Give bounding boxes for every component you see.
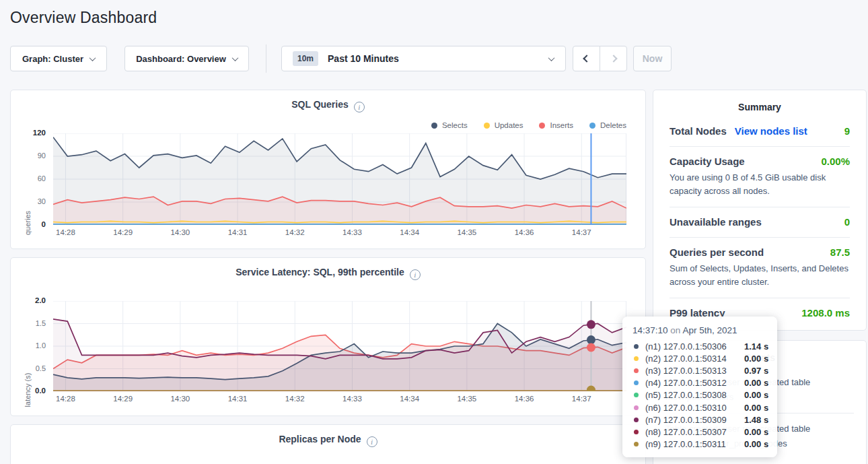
- legend-dot-icon: [589, 123, 595, 129]
- service-latency-plot-area[interactable]: [53, 301, 626, 391]
- tooltip-node-label: (n7) 127.0.0.1:50309: [645, 415, 744, 425]
- dashboard-dropdown[interactable]: Dashboard: Overview: [124, 46, 249, 71]
- y-tick-label: 1.5: [11, 319, 46, 327]
- chart-title-service-latency: Service Latency: SQL, 99th percentile: [236, 267, 404, 277]
- info-icon[interactable]: i: [354, 102, 365, 112]
- x-tick-label: 14:34: [395, 395, 425, 403]
- legend-label: Updates: [495, 121, 523, 129]
- tooltip-row: (n5) 127.0.0.1:503080.00 s: [631, 389, 770, 401]
- node-color-dot-icon: [634, 418, 639, 422]
- x-tick-label: 14:36: [509, 395, 539, 403]
- time-range-badge: 10m: [293, 51, 318, 66]
- chevron-down-icon: [548, 55, 555, 61]
- summary-row-queries-per-second: Queries per second 87.5 Sum of Selects, …: [670, 237, 850, 298]
- graph-dropdown[interactable]: Graph: Cluster: [10, 46, 107, 71]
- node-color-dot-icon: [634, 442, 639, 446]
- x-tick-label: 14:31: [223, 228, 252, 236]
- legend-dot-icon: [484, 123, 490, 129]
- chart-title-replicas-per-node: Replicas per Node: [279, 434, 361, 444]
- total-nodes-value: 9: [844, 125, 850, 137]
- legend-dot-icon: [431, 123, 437, 129]
- x-tick-label: 14:31: [223, 395, 252, 403]
- total-nodes-label: Total Nodes: [670, 125, 727, 137]
- summary-row-total-nodes: Total Nodes View nodes list 9: [670, 117, 850, 146]
- p99-latency-value: 1208.0 ms: [801, 307, 850, 319]
- tooltip-node-label: (n4) 127.0.0.1:50312: [645, 378, 744, 388]
- replicas-per-node-chart-card: Replicas per Nodei: [10, 424, 646, 464]
- y-tick-label: 60: [11, 174, 46, 183]
- tooltip-node-value: 1.14 s: [744, 341, 768, 352]
- unavailable-ranges-label: Unavailable ranges: [670, 216, 762, 228]
- summary-panel: Summary Total Nodes View nodes list 9 Ca…: [653, 90, 867, 331]
- time-next-button[interactable]: [600, 46, 627, 71]
- toolbar-divider: [266, 44, 266, 73]
- unavailable-ranges-value: 0: [844, 216, 850, 228]
- time-range-label: Past 10 Minutes: [328, 53, 399, 64]
- x-tick-label: 14:30: [166, 395, 195, 403]
- x-tick-label: 14:33: [337, 228, 367, 236]
- x-tick-label: 14:33: [337, 395, 367, 403]
- chevron-right-icon: [610, 55, 617, 62]
- tooltip-node-value: 0.97 s: [744, 366, 768, 376]
- sql-queries-plot-area[interactable]: [53, 133, 626, 225]
- tooltip-node-value: 0.00 s: [744, 403, 768, 413]
- legend-item-inserts[interactable]: Inserts: [539, 121, 573, 129]
- sql-queries-chart-card: SQL Queriesi SelectsUpdatesInsertsDelete…: [10, 90, 646, 249]
- node-color-dot-icon: [634, 393, 639, 397]
- tooltip-node-label: (n3) 127.0.0.1:50313: [645, 366, 744, 376]
- legend-label: Deletes: [600, 121, 626, 129]
- y-tick-label: 1.0: [11, 341, 46, 350]
- y-tick-label: 0.0: [11, 387, 46, 395]
- tooltip-row: (n9) 127.0.0.1:503110.00 s: [631, 438, 770, 451]
- x-tick-label: 14:35: [452, 395, 482, 403]
- chevron-down-icon: [231, 55, 238, 61]
- now-button[interactable]: Now: [633, 46, 672, 71]
- tooltip-timestamp: 14:37:10 on Apr 5th, 2021: [632, 325, 770, 335]
- tooltip-node-label: (n6) 127.0.0.1:50310: [645, 403, 744, 413]
- tooltip-node-value: 0.00 s: [744, 427, 768, 437]
- tooltip-node-label: (n8) 127.0.0.1:50307: [645, 427, 744, 437]
- tooltip-node-value: 0.00 s: [744, 390, 768, 400]
- y-tick-label: 2.0: [11, 296, 46, 304]
- legend-item-updates[interactable]: Updates: [484, 121, 523, 129]
- x-tick-label: 14:29: [108, 395, 138, 403]
- graph-dropdown-label: Graph: Cluster: [22, 54, 83, 64]
- legend-dot-icon: [539, 123, 545, 129]
- tooltip-row: (n4) 127.0.0.1:503120.00 s: [631, 377, 770, 389]
- chart-title-sql-queries: SQL Queries: [291, 99, 349, 110]
- node-color-dot-icon: [634, 405, 639, 410]
- tooltip-node-label: (n5) 127.0.0.1:50308: [645, 390, 744, 400]
- y-tick-label: 30: [11, 197, 46, 205]
- node-color-dot-icon: [634, 368, 639, 373]
- tooltip-row: (n7) 127.0.0.1:503091.48 s: [631, 413, 770, 426]
- x-tick-label: 14:37: [567, 395, 596, 403]
- tooltip-row: (n2) 127.0.0.1:503140.00 s: [631, 352, 770, 364]
- tooltip-node-value: 1.48 s: [744, 415, 768, 425]
- view-nodes-list-link[interactable]: View nodes list: [735, 125, 807, 137]
- tooltip-row: (n3) 127.0.0.1:503130.97 s: [631, 364, 770, 376]
- legend-label: Inserts: [550, 121, 573, 129]
- tooltip-node-value: 0.00 s: [744, 439, 768, 449]
- time-prev-button[interactable]: [573, 46, 600, 71]
- tooltip-row: (n8) 127.0.0.1:503070.00 s: [631, 426, 770, 438]
- chart-legend: SelectsUpdatesInsertsDeletes: [431, 121, 626, 129]
- node-color-dot-icon: [634, 356, 639, 361]
- queries-per-second-value: 87.5: [830, 246, 850, 258]
- x-tick-label: 14:28: [50, 228, 80, 236]
- capacity-usage-description: You are using 0 B of 4.5 GiB usable disk…: [670, 171, 850, 197]
- x-tick-label: 14:30: [166, 228, 195, 236]
- chart-hover-tooltip: 14:37:10 on Apr 5th, 2021 (n1) 127.0.0.1…: [622, 317, 777, 457]
- summary-row-unavailable-ranges: Unavailable ranges 0: [670, 207, 850, 237]
- y-tick-label: 0: [11, 220, 46, 228]
- queries-per-second-description: Sum of Selects, Updates, Inserts, and De…: [670, 262, 850, 288]
- summary-row-capacity-usage: Capacity Usage 0.00% You are using 0 B o…: [670, 146, 850, 207]
- legend-item-selects[interactable]: Selects: [431, 121, 468, 129]
- legend-item-deletes[interactable]: Deletes: [589, 121, 626, 129]
- overview-dashboard-page: Overview Dashboard Graph: Cluster Dashbo…: [0, 0, 868, 464]
- x-tick-label: 14:28: [50, 395, 80, 403]
- info-icon[interactable]: i: [410, 269, 421, 280]
- x-tick-label: 14:32: [280, 395, 310, 403]
- x-tick-label: 14:35: [452, 228, 482, 236]
- info-icon[interactable]: i: [367, 436, 377, 447]
- time-range-selector[interactable]: 10m Past 10 Minutes: [281, 46, 566, 71]
